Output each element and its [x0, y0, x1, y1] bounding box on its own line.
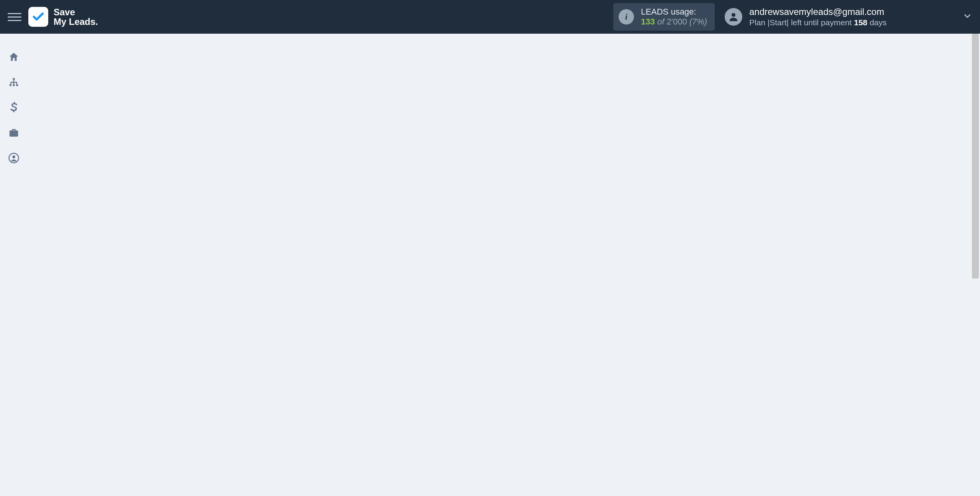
svg-point-6: [12, 155, 15, 158]
info-icon: i: [619, 9, 634, 24]
sidebar-item-integrations[interactable]: [7, 77, 21, 88]
sidebar-item-home[interactable]: [7, 51, 21, 63]
leads-usage-numbers: 133 of 2'000 (7%): [641, 17, 707, 27]
sidebar-nav: [0, 34, 28, 51]
leads-usage-label: LEADS usage:: [641, 7, 707, 17]
chevron-down-icon[interactable]: [962, 11, 972, 23]
svg-point-2: [10, 84, 12, 86]
user-menu[interactable]: andrewsavemyleads@gmail.com Plan |Start|…: [725, 6, 972, 28]
avatar-icon: [725, 8, 742, 26]
user-info: andrewsavemyleads@gmail.com Plan |Start|…: [749, 6, 887, 28]
sidebar-item-business[interactable]: [7, 127, 21, 139]
logo-icon: [28, 7, 48, 27]
sidebar-item-billing[interactable]: [7, 102, 21, 113]
svg-point-4: [16, 84, 18, 86]
app-header: Save My Leads. i LEADS usage: 133 of 2'0…: [0, 0, 980, 34]
svg-point-1: [13, 78, 15, 80]
logo-text: Save My Leads.: [54, 7, 98, 26]
sidebar-item-account[interactable]: [7, 152, 21, 164]
svg-point-0: [732, 13, 735, 17]
svg-point-3: [13, 84, 15, 86]
app-logo[interactable]: Save My Leads.: [28, 7, 98, 27]
menu-toggle-button[interactable]: [8, 11, 21, 23]
leads-usage-widget[interactable]: i LEADS usage: 133 of 2'000 (7%): [613, 3, 715, 31]
